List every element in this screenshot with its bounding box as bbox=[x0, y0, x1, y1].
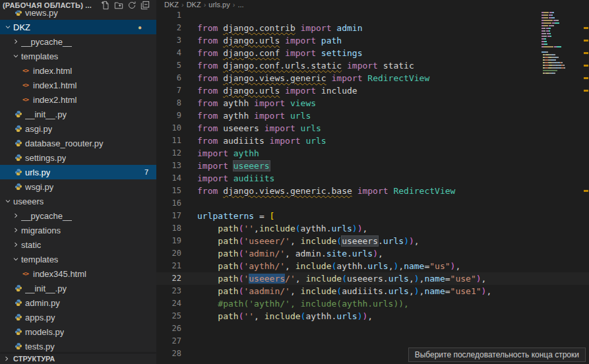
code-line-20[interactable]: 20 path('admin/', admin.site.urls), bbox=[156, 247, 589, 260]
line-number: 19 bbox=[156, 235, 181, 247]
tree-item-templates[interactable]: templates bbox=[0, 49, 156, 63]
tree-item-settings-py[interactable]: settings.py bbox=[0, 150, 156, 165]
code-line-12[interactable]: 12import aythh bbox=[156, 147, 589, 160]
collapse-all-icon[interactable] bbox=[140, 1, 150, 10]
code-line-13[interactable]: 13import useeers bbox=[156, 160, 589, 172]
code-line-10[interactable]: 10from useeers import urls bbox=[156, 122, 589, 135]
code-line-17[interactable]: 17urlpatterns = [ bbox=[156, 210, 589, 222]
code-line-7[interactable]: 7from django.urls import include bbox=[156, 84, 589, 97]
code-line-24[interactable]: 24 #path('aythh/', include(aythh.urls)), bbox=[156, 297, 589, 310]
line-number: 25 bbox=[156, 310, 181, 322]
code-line-11[interactable]: 11from audiiits import urls bbox=[156, 135, 589, 147]
code-view[interactable]: 12from django.contrib import admin3from … bbox=[156, 9, 589, 364]
overview-ruler[interactable] bbox=[581, 0, 589, 364]
warning-mark bbox=[584, 90, 588, 92]
line-content: from django.views.generic import Redirec… bbox=[181, 72, 429, 84]
code-line-3[interactable]: 3from django.urls import path bbox=[156, 34, 589, 47]
tree-item--pycache-[interactable]: __pycache__ bbox=[0, 208, 156, 223]
tree-item-index-html[interactable]: <>index.html bbox=[0, 63, 156, 78]
line-number: 27 bbox=[156, 335, 181, 348]
python-file-icon bbox=[15, 342, 25, 350]
tree-item-asgi-py[interactable]: asgi.py bbox=[0, 121, 156, 136]
tree-item-useeers[interactable]: useeers bbox=[0, 194, 156, 208]
chevron-right-icon bbox=[12, 241, 21, 249]
workspace-title: (РАБОЧАЯ ОБЛАСТЬ) ... bbox=[3, 1, 101, 9]
tree-item-tests-py[interactable]: tests.py bbox=[0, 339, 156, 353]
tree-item-models-py[interactable]: models.py bbox=[0, 324, 156, 339]
breadcrumb-item[interactable]: DKZ bbox=[164, 1, 179, 9]
code-line-25[interactable]: 25 path('', include(aythh.urls)), bbox=[156, 310, 589, 322]
tree-item-migrations[interactable]: migrations bbox=[0, 223, 156, 237]
line-number: 16 bbox=[156, 197, 181, 210]
code-line-5[interactable]: 5from django.conf.urls.static import sta… bbox=[156, 59, 589, 72]
warning-mark bbox=[584, 27, 588, 29]
breadcrumb-item[interactable]: ... bbox=[237, 1, 243, 9]
line-content: import useeers bbox=[181, 160, 270, 172]
code-line-6[interactable]: 6from django.views.generic import Redire… bbox=[156, 72, 589, 84]
tree-item--init-py[interactable]: __init__.py bbox=[0, 281, 156, 295]
tree-item-label: useeers bbox=[13, 197, 44, 206]
tree-item-database-roouter-py[interactable]: database_roouter.py bbox=[0, 136, 156, 150]
tree-item-static[interactable]: static bbox=[0, 237, 156, 252]
tree-item-urls-py[interactable]: urls.py7 bbox=[0, 165, 156, 179]
code-line-4[interactable]: 4from django.conf import settings bbox=[156, 47, 589, 59]
code-line-15[interactable]: 15from django.views.generic.base import … bbox=[156, 185, 589, 197]
tree-item--init-py[interactable]: __init__.py bbox=[0, 107, 156, 121]
code-line-26[interactable]: 26 bbox=[156, 322, 589, 335]
code-line-23[interactable]: 23 path('aadmin/', include(audiiits.urls… bbox=[156, 285, 589, 297]
line-number: 12 bbox=[156, 147, 181, 160]
tree-item-index345-html[interactable]: <>index345.html bbox=[0, 266, 156, 281]
tree-item-index2-html[interactable]: <>index2.html bbox=[0, 92, 156, 107]
tree-item-templates[interactable]: templates bbox=[0, 252, 156, 266]
line-number: 18 bbox=[156, 222, 181, 235]
chevron-down-icon bbox=[4, 197, 13, 205]
breadcrumb: DKZ›DKZ›urls.py›... bbox=[156, 0, 589, 9]
tree-item-admin-py[interactable]: admin.py bbox=[0, 295, 156, 310]
line-number: 1 bbox=[156, 9, 181, 22]
code-line-2[interactable]: 2from django.contrib import admin bbox=[156, 22, 589, 34]
line-content: #path('aythh/', include(aythh.urls)), bbox=[181, 297, 409, 310]
outline-section-header[interactable]: СТРУКТУРА bbox=[0, 353, 156, 364]
code-line-1[interactable]: 1 bbox=[156, 9, 589, 22]
tree-item-label: DKZ bbox=[13, 22, 30, 32]
line-content: from audiiits import urls bbox=[181, 135, 326, 147]
code-line-19[interactable]: 19 path('useeer/', include(useeers.urls)… bbox=[156, 235, 589, 247]
eol-sequence-tooltip: Выберите последовательность конца строки bbox=[408, 348, 586, 362]
code-line-18[interactable]: 18 path('',include(aythh.urls)), bbox=[156, 222, 589, 235]
line-content: path('useeer/', include(useeers.urls)), bbox=[181, 235, 419, 247]
chevron-right-icon bbox=[12, 38, 21, 46]
tree-item-dkz[interactable]: DKZ● bbox=[0, 20, 156, 34]
code-line-16[interactable]: 16 bbox=[156, 197, 589, 210]
tree-item-label: migrations bbox=[21, 226, 61, 235]
warning-mark bbox=[584, 190, 588, 192]
tree-item-wsgi-py[interactable]: wsgi.py bbox=[0, 179, 156, 194]
code-line-22[interactable]: 22 path('useeers/', include(useeers.urls… bbox=[156, 272, 589, 285]
line-number: 8 bbox=[156, 97, 181, 109]
tree-item-label: static bbox=[21, 240, 41, 250]
tree-item-label: templates bbox=[21, 255, 58, 264]
line-content: from useeers import urls bbox=[181, 122, 321, 135]
vscode-window: (РАБОЧАЯ ОБЛАСТЬ) ... views.pyDKZ●__pyca… bbox=[0, 0, 589, 364]
line-content: path('aythh/', include(aythh.urls,),name… bbox=[181, 260, 460, 272]
tree-item-label: __pycache__ bbox=[21, 37, 72, 47]
tree-item-index1-html[interactable]: <>index1.html bbox=[0, 78, 156, 92]
python-file-icon bbox=[15, 284, 25, 292]
line-content bbox=[181, 335, 197, 348]
code-line-14[interactable]: 14import audiiits bbox=[156, 172, 589, 185]
new-file-icon[interactable] bbox=[101, 1, 110, 10]
refresh-icon[interactable] bbox=[127, 1, 137, 10]
new-folder-icon[interactable] bbox=[114, 1, 123, 10]
tree-item--pycache-[interactable]: __pycache__ bbox=[0, 34, 156, 49]
code-line-9[interactable]: 9from aythh import urls bbox=[156, 109, 589, 122]
code-line-8[interactable]: 8from aythh import views bbox=[156, 97, 589, 109]
minimap[interactable] bbox=[542, 9, 580, 83]
code-line-27[interactable]: 27 bbox=[156, 335, 589, 348]
warning-mark bbox=[584, 77, 588, 79]
line-content: from django.conf.urls.static import stat… bbox=[181, 59, 414, 72]
line-content: from django.urls import include bbox=[181, 84, 357, 97]
code-line-21[interactable]: 21 path('aythh/', include(aythh.urls,),n… bbox=[156, 260, 589, 272]
tree-item-apps-py[interactable]: apps.py bbox=[0, 310, 156, 324]
breadcrumb-item[interactable]: DKZ bbox=[187, 1, 201, 9]
chevron-down-icon bbox=[12, 255, 21, 263]
breadcrumb-item[interactable]: urls.py bbox=[208, 1, 230, 9]
